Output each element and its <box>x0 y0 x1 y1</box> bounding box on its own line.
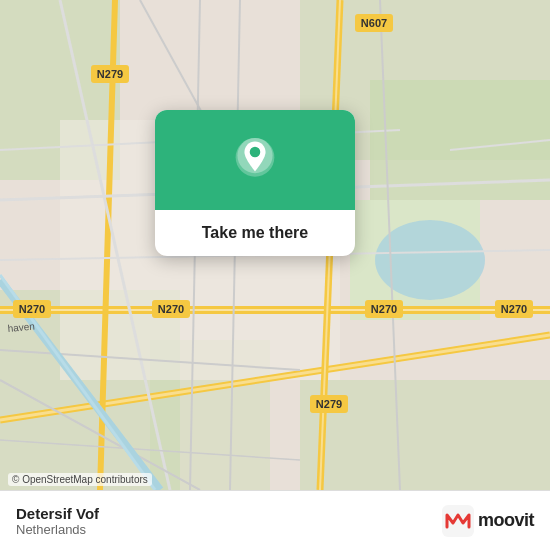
svg-text:N270: N270 <box>19 303 45 315</box>
popup-header <box>155 110 355 210</box>
moovit-text: moovit <box>478 510 534 531</box>
location-pin-icon <box>233 138 277 182</box>
osm-attribution: © OpenStreetMap contributors <box>8 473 152 486</box>
map-container: N607 N279 N270 N270 N270 N270 N279 haven <box>0 0 550 490</box>
popup-pointer <box>243 254 267 256</box>
moovit-logo: moovit <box>442 505 534 537</box>
bottom-bar: Detersif Vof Netherlands moovit <box>0 490 550 550</box>
svg-text:N279: N279 <box>316 398 342 410</box>
popup-bottom: Take me there <box>155 210 355 256</box>
svg-text:N270: N270 <box>158 303 184 315</box>
take-me-there-button[interactable]: Take me there <box>202 224 308 242</box>
place-name: Detersif Vof <box>16 505 99 522</box>
moovit-logo-icon <box>442 505 474 537</box>
popup-card: Take me there <box>155 110 355 256</box>
svg-text:N270: N270 <box>501 303 527 315</box>
svg-point-48 <box>250 147 261 158</box>
place-info: Detersif Vof Netherlands <box>16 505 99 537</box>
svg-text:N270: N270 <box>371 303 397 315</box>
place-country: Netherlands <box>16 522 99 537</box>
svg-text:N607: N607 <box>361 17 387 29</box>
svg-text:N279: N279 <box>97 68 123 80</box>
